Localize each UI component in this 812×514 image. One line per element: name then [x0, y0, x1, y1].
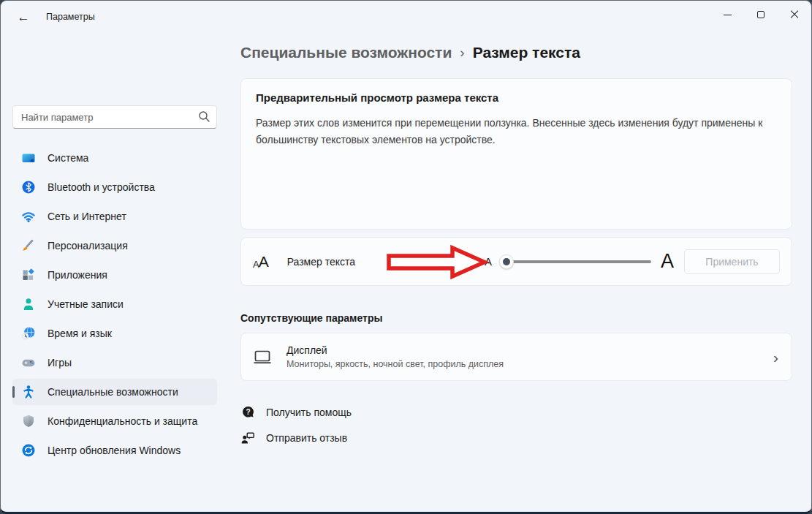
settings-window: ← Параметры	[0, 0, 812, 514]
display-subtitle: Мониторы, яркость, ночной свет, профиль …	[287, 359, 504, 369]
breadcrumb-parent[interactable]: Специальные возможности	[240, 44, 452, 61]
titlebar: ← Параметры	[1, 1, 811, 34]
window-controls	[710, 1, 811, 29]
network-wifi-icon	[21, 209, 36, 224]
get-help-link[interactable]: ? Получить помощь	[240, 405, 352, 420]
slider-max-label: A	[661, 250, 674, 273]
sidebar-item-label: Центр обновления Windows	[48, 445, 181, 456]
sidebar-item-bluetooth[interactable]: Bluetooth и устройства	[12, 174, 217, 200]
maximize-button[interactable]	[744, 1, 778, 29]
sidebar-item-label: Сеть и Интернет	[48, 211, 126, 222]
display-icon	[253, 348, 272, 366]
text-size-slider-zone: A A Применить	[485, 249, 780, 274]
help-icon: ?	[240, 405, 255, 420]
back-arrow-icon: ←	[18, 10, 30, 25]
accounts-person-icon	[21, 297, 36, 311]
time-language-icon	[21, 326, 36, 341]
sidebar-item-accounts[interactable]: Учетные записи	[12, 291, 217, 317]
search-icon	[198, 110, 210, 123]
red-arrow-annotation	[385, 244, 489, 281]
display-settings-row[interactable]: Дисплей Мониторы, яркость, ночной свет, …	[240, 333, 792, 381]
slider-thumb[interactable]	[499, 254, 514, 269]
display-text: Дисплей Мониторы, яркость, ночной свет, …	[287, 344, 504, 369]
text-size-label: Размер текста	[287, 256, 355, 268]
get-help-label: Получить помощь	[266, 407, 352, 418]
page-title: Размер текста	[473, 44, 580, 61]
sidebar-item-label: Специальные возможности	[48, 386, 178, 398]
bluetooth-icon	[21, 180, 36, 194]
sidebar-item-label: Время и язык	[48, 328, 112, 339]
close-button[interactable]	[778, 1, 811, 29]
accessibility-icon	[21, 385, 36, 399]
maximize-icon	[757, 11, 764, 18]
search-input[interactable]	[12, 105, 217, 129]
back-button[interactable]: ←	[11, 7, 36, 29]
sidebar-item-accessibility[interactable]: Специальные возможности	[12, 379, 217, 405]
system-icon	[21, 151, 36, 165]
sidebar-item-time-language[interactable]: Время и язык	[12, 320, 217, 347]
sidebar-nav: Система Bluetooth и устройства	[12, 145, 217, 464]
sidebar-item-system[interactable]: Система	[12, 145, 217, 171]
sidebar-item-apps[interactable]: Приложения	[12, 262, 217, 288]
breadcrumb-separator-icon: ›	[460, 45, 464, 61]
sidebar-item-privacy[interactable]: Конфиденциальность и защита	[12, 408, 217, 434]
preview-card-description: Размер этих слов изменится при перемещен…	[256, 115, 771, 148]
text-size-setting-row: AA Размер текста A A Применить	[240, 237, 792, 286]
breadcrumb: Специальные возможности › Размер текста	[240, 44, 792, 61]
sidebar-item-label: Конфиденциальность и защита	[48, 415, 197, 427]
sidebar-item-label: Приложения	[48, 269, 107, 281]
display-title: Дисплей	[287, 344, 504, 356]
apps-icon	[21, 268, 36, 282]
minimize-icon	[724, 15, 732, 15]
sidebar-item-gaming[interactable]: Игры	[12, 349, 217, 376]
window-title: Параметры	[46, 12, 95, 22]
search-box	[12, 105, 217, 129]
preview-card-title: Предварительный просмотр размера текста	[256, 91, 777, 104]
text-size-slider[interactable]	[501, 260, 651, 263]
windows-update-icon	[21, 443, 36, 458]
footer-links: ? Получить помощь Отправить отзыв	[240, 405, 792, 445]
sidebar-item-label: Персонализация	[48, 240, 128, 252]
send-feedback-label: Отправить отзыв	[266, 432, 347, 444]
send-feedback-link[interactable]: Отправить отзыв	[240, 431, 347, 445]
slider-min-label: A	[485, 255, 492, 268]
chevron-right-icon: ›	[773, 349, 778, 365]
sidebar-item-label: Система	[48, 152, 88, 164]
apply-button[interactable]: Применить	[684, 249, 780, 274]
feedback-icon	[240, 431, 255, 445]
main-content: Специальные возможности › Размер текста …	[229, 34, 811, 510]
sidebar-item-label: Учетные записи	[48, 298, 124, 310]
sidebar-item-network[interactable]: Сеть и Интернет	[12, 203, 217, 230]
minimize-button[interactable]	[710, 1, 744, 29]
sidebar-item-windows-update[interactable]: Центр обновления Windows	[12, 437, 217, 464]
games-gamepad-icon	[21, 355, 36, 370]
text-size-preview-card: Предварительный просмотр размера текста …	[240, 78, 792, 230]
close-icon	[790, 10, 799, 19]
svg-text:?: ?	[246, 408, 250, 416]
privacy-shield-icon	[21, 414, 36, 428]
personalization-brush-icon	[21, 238, 36, 253]
sidebar-item-personalization[interactable]: Персонализация	[12, 233, 217, 259]
related-settings-heading: Сопутствующие параметры	[240, 312, 792, 324]
sidebar-item-label: Bluetooth и устройства	[48, 181, 155, 193]
sidebar-item-label: Игры	[48, 357, 72, 369]
sidebar: Система Bluetooth и устройства	[1, 34, 229, 510]
text-size-aa-icon: AA	[253, 254, 269, 269]
